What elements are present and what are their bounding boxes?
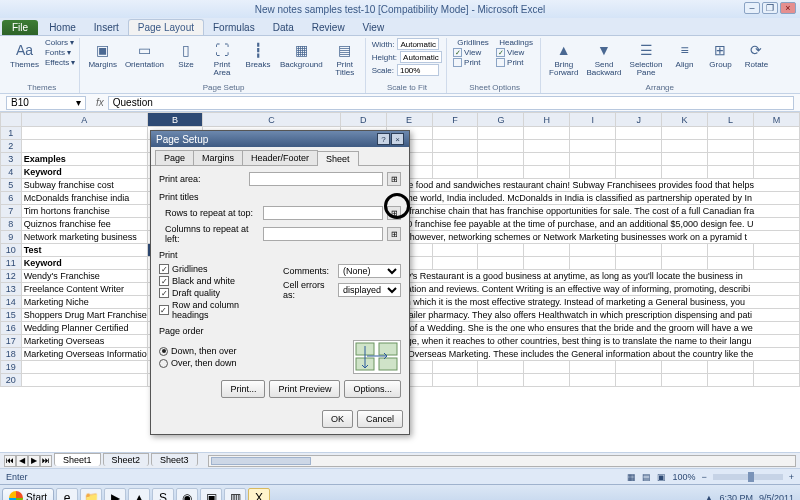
restore-icon[interactable]: ❐ [762,2,778,14]
cell[interactable]: McDonalds franchise india [21,192,147,205]
gridlines-print-checkbox[interactable] [453,58,462,67]
tab-insert[interactable]: Insert [85,20,128,35]
sheet-tab-3[interactable]: Sheet3 [151,453,198,466]
cell[interactable] [478,244,524,257]
tab-formulas[interactable]: Formulas [204,20,264,35]
select-all-corner[interactable] [1,113,22,127]
size-button[interactable]: ▯Size [170,38,202,71]
cell[interactable] [432,374,478,387]
rows-repeat-picker-icon[interactable]: ⊞ [387,206,401,220]
cell[interactable] [21,127,147,140]
dialog-tab-headerfooter[interactable]: Header/Footer [242,150,318,165]
tray-up-icon[interactable]: ▲ [705,493,714,501]
cell[interactable] [753,153,799,166]
gridlines-checkbox[interactable]: ✓ [159,264,169,274]
print-area-button[interactable]: ⛶PrintArea [206,38,238,79]
row-header[interactable]: 11 [1,257,22,270]
cell[interactable]: Network marketing business [21,231,147,244]
bw-checkbox[interactable]: ✓ [159,276,169,286]
cell[interactable] [616,127,662,140]
cell[interactable] [570,140,616,153]
selection-pane-button[interactable]: ☰SelectionPane [628,38,665,79]
col-header-A[interactable]: A [21,113,147,127]
taskbar-excel-icon[interactable]: X [248,488,270,501]
rows-repeat-input[interactable] [263,206,383,220]
headings-print-checkbox[interactable] [496,58,505,67]
cell[interactable]: Marketing Overseas Informatio [21,348,147,361]
cols-repeat-input[interactable] [263,227,383,241]
cell[interactable] [478,140,524,153]
cell[interactable] [570,244,616,257]
col-header-M[interactable]: M [753,113,799,127]
row-header[interactable]: 12 [1,270,22,283]
fx-icon[interactable]: fx [96,97,104,108]
cell[interactable] [708,257,754,270]
dialog-close-icon[interactable]: × [391,133,404,145]
bring-forward-button[interactable]: ▲BringForward [547,38,580,79]
sheet-nav-last-icon[interactable]: ⏭ [40,455,52,467]
cell[interactable]: Keyword [21,166,147,179]
cell[interactable] [662,374,708,387]
col-header-I[interactable]: I [570,113,616,127]
cell[interactable] [524,374,570,387]
cell[interactable] [616,153,662,166]
cell[interactable] [524,127,570,140]
taskbar-app2-icon[interactable]: ▥ [224,488,246,501]
comments-select[interactable]: (None) [338,264,401,278]
cell[interactable] [708,140,754,153]
dialog-preview-button[interactable]: Print Preview [269,380,340,398]
cell[interactable]: Quiznos franchise fee [21,218,147,231]
dialog-help-icon[interactable]: ? [377,133,390,145]
cell[interactable]: Examples [21,153,147,166]
sheet-tab-1[interactable]: Sheet1 [54,453,101,466]
row-header[interactable]: 19 [1,361,22,374]
cell[interactable] [753,140,799,153]
print-titles-button[interactable]: ▤PrintTitles [329,38,361,79]
file-tab[interactable]: File [2,20,38,35]
cell[interactable] [21,361,147,374]
fonts-dropdown[interactable]: Fonts ▾ [45,48,76,57]
sheet-nav-first-icon[interactable]: ⏮ [4,455,16,467]
background-button[interactable]: ▦Background [278,38,325,71]
cell[interactable] [524,153,570,166]
row-header[interactable]: 17 [1,335,22,348]
row-header[interactable]: 10 [1,244,22,257]
cell[interactable] [570,257,616,270]
cell[interactable] [432,244,478,257]
effects-dropdown[interactable]: Effects ▾ [45,58,76,67]
cell[interactable]: Marketing Niche [21,296,147,309]
draft-checkbox[interactable]: ✓ [159,288,169,298]
row-header[interactable]: 5 [1,179,22,192]
row-header[interactable]: 3 [1,153,22,166]
cell[interactable] [753,244,799,257]
cell[interactable]: Wendy's Franchise [21,270,147,283]
tab-review[interactable]: Review [303,20,354,35]
cell[interactable] [432,166,478,179]
cell[interactable] [708,361,754,374]
view-layout-icon[interactable]: ▤ [642,472,651,482]
cell[interactable] [21,140,147,153]
cell[interactable] [478,166,524,179]
cell[interactable] [616,374,662,387]
sheet-nav-next-icon[interactable]: ▶ [28,455,40,467]
dialog-print-button[interactable]: Print... [221,380,265,398]
breaks-button[interactable]: ┇Breaks [242,38,274,71]
cell[interactable] [708,153,754,166]
cancel-button[interactable]: Cancel [357,410,403,428]
cell[interactable] [570,374,616,387]
row-header[interactable]: 13 [1,283,22,296]
print-area-picker-icon[interactable]: ⊞ [387,172,401,186]
cell[interactable] [570,361,616,374]
cell[interactable] [432,140,478,153]
cell[interactable] [570,153,616,166]
cell[interactable] [616,140,662,153]
cell[interactable] [616,361,662,374]
cell[interactable] [524,140,570,153]
cell[interactable] [478,153,524,166]
taskbar-vlc-icon[interactable]: ▲ [128,488,150,501]
zoom-value[interactable]: 100% [672,472,695,482]
cell[interactable]: Keyword [21,257,147,270]
view-break-icon[interactable]: ▣ [657,472,666,482]
cell[interactable]: Tim hortons franchise [21,205,147,218]
dialog-titlebar[interactable]: Page Setup ? × [151,131,409,147]
